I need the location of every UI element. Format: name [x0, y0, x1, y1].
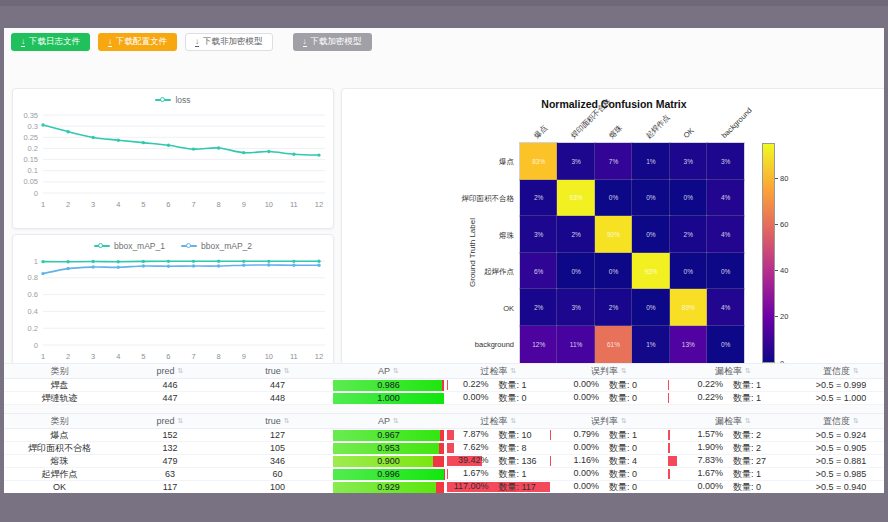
- sort-icon[interactable]: ⇅: [284, 367, 290, 375]
- line-marker-icon: [94, 242, 110, 250]
- sort-icon[interactable]: ⇅: [178, 417, 184, 425]
- header-true[interactable]: true⇅: [225, 364, 330, 378]
- matrix-cell: 0%: [632, 216, 669, 253]
- colorbar-tick-label: 60: [780, 220, 788, 229]
- download-log-button[interactable]: ↓ 下载日志文件: [11, 33, 90, 51]
- download-icon: ↓: [21, 38, 25, 47]
- header-pred[interactable]: pred⇅: [115, 414, 225, 428]
- sort-icon[interactable]: ⇅: [284, 417, 290, 425]
- ap-value: 0.953: [333, 443, 444, 454]
- matrix-cell: 89%: [670, 289, 707, 326]
- rate-count: 数量: 1: [499, 468, 551, 480]
- svg-text:0.8: 0.8: [28, 273, 38, 282]
- download-unencrypted-model-button[interactable]: ↓ 下载非加密模型: [185, 33, 273, 51]
- svg-text:5: 5: [141, 352, 145, 361]
- sort-icon[interactable]: ⇅: [393, 367, 399, 375]
- legend-label: bbox_mAP_1: [114, 241, 165, 251]
- header-ap[interactable]: AP⇅: [330, 414, 447, 428]
- colorbar-tick-label: 40: [780, 266, 788, 275]
- download-icon: ↓: [108, 38, 112, 47]
- loss-legend: loss: [13, 95, 333, 105]
- header-label: 置信度: [823, 365, 850, 378]
- sort-icon[interactable]: ⇅: [745, 367, 751, 375]
- matrix-cell: 3%: [707, 143, 744, 180]
- sort-icon[interactable]: ⇅: [511, 417, 517, 425]
- table-row: 焊缝轨迹4474481.0000.00%数量: 00.00%数量: 00.22%…: [4, 392, 884, 405]
- header-over[interactable]: 过检率⇅: [447, 414, 550, 428]
- ap-value: 0.986: [333, 380, 444, 391]
- matrix-cell: 0%: [670, 253, 707, 290]
- cell-ap: 0.996: [330, 468, 447, 480]
- header-category[interactable]: 类别: [4, 364, 115, 378]
- svg-text:0.05: 0.05: [23, 177, 38, 186]
- legend-item-loss[interactable]: loss: [155, 95, 190, 105]
- header-conf[interactable]: 置信度⇅: [798, 364, 884, 378]
- cell-ap: 1.000: [330, 392, 447, 404]
- matrix-row-label: 焊印面积不合格: [462, 194, 515, 204]
- matrix-row-label: OK: [503, 304, 514, 313]
- header-ap[interactable]: AP⇅: [330, 364, 447, 378]
- sort-icon[interactable]: ⇅: [393, 417, 399, 425]
- matrix-cell: 2%: [670, 216, 707, 253]
- header-conf[interactable]: 置信度⇅: [798, 414, 884, 428]
- cell-confidence: >0.5 = 0.985: [798, 468, 884, 480]
- legend-item-bbox-map-2[interactable]: bbox_mAP_2: [181, 241, 252, 251]
- rate-text: 7.87%数量: 10: [447, 429, 550, 441]
- svg-text:0.4: 0.4: [28, 307, 38, 316]
- sort-icon[interactable]: ⇅: [745, 417, 751, 425]
- svg-text:0.35: 0.35: [23, 111, 38, 120]
- matrix-cell: 13%: [670, 326, 707, 363]
- rate-count: 数量: 1: [733, 379, 789, 391]
- header-true[interactable]: true⇅: [225, 414, 330, 428]
- header-mis[interactable]: 误判率⇅: [550, 414, 668, 428]
- svg-text:0.25: 0.25: [23, 133, 38, 142]
- cell-true: 105: [225, 442, 330, 454]
- cell-ap: 0.953: [330, 442, 447, 454]
- header-miss[interactable]: 漏检率⇅: [668, 414, 798, 428]
- header-mis[interactable]: 误判率⇅: [550, 364, 668, 378]
- sort-icon[interactable]: ⇅: [853, 417, 859, 425]
- map-svg: 00.20.40.60.81123456789101112: [13, 253, 335, 379]
- header-miss[interactable]: 漏检率⇅: [668, 364, 798, 378]
- ap-bar: 0.929: [333, 482, 444, 493]
- rate-count: 数量: 4: [609, 455, 665, 467]
- download-config-button[interactable]: ↓ 下载配置文件: [98, 33, 177, 51]
- sort-icon[interactable]: ⇅: [511, 367, 517, 375]
- sort-icon[interactable]: ⇅: [621, 367, 627, 375]
- rate-value: 0.00%: [553, 379, 599, 391]
- cell-misjudge-rate: 0.00%数量: 0: [550, 481, 668, 493]
- rate-text: 0.00%数量: 0: [553, 392, 665, 404]
- header-label: 过检率: [481, 415, 508, 428]
- svg-text:1: 1: [34, 257, 38, 266]
- header-pred[interactable]: pred⇅: [115, 364, 225, 378]
- svg-text:10: 10: [265, 200, 273, 209]
- cell-over-rate: 0.00%数量: 0: [447, 392, 550, 404]
- ap-bar: 1.000: [333, 393, 444, 404]
- header-category[interactable]: 类别: [4, 414, 115, 428]
- legend-item-bbox-map-1[interactable]: bbox_mAP_1: [94, 241, 165, 251]
- cell-misjudge-rate: 0.00%数量: 0: [550, 468, 668, 480]
- cell-category: 起焊作点: [4, 468, 115, 480]
- cell-true: 448: [225, 392, 330, 404]
- svg-text:0.2: 0.2: [28, 324, 38, 333]
- download-encrypted-model-button[interactable]: ↓ 下载加密模型: [293, 33, 372, 51]
- rate-count: 数量: 0: [609, 481, 665, 493]
- matrix-row-label: 爆点: [499, 157, 514, 167]
- table-header-row: 类别pred⇅true⇅AP⇅过检率⇅误判率⇅漏检率⇅置信度⇅: [4, 363, 884, 379]
- header-label: true: [265, 416, 281, 426]
- header-label: 误判率: [591, 415, 618, 428]
- sort-icon[interactable]: ⇅: [621, 417, 627, 425]
- ap-value: 0.967: [333, 430, 444, 441]
- table-row: 焊盘4464470.9860.22%数量: 10.00%数量: 00.22%数量…: [4, 379, 884, 392]
- svg-text:6: 6: [166, 352, 170, 361]
- rate-bar: [550, 430, 551, 440]
- cell-true: 346: [225, 455, 330, 467]
- header-over[interactable]: 过检率⇅: [447, 364, 550, 378]
- header-label: pred: [157, 366, 175, 376]
- sort-icon[interactable]: ⇅: [178, 367, 184, 375]
- ap-value: 1.000: [333, 393, 444, 404]
- matrix-cell: 0%: [670, 180, 707, 217]
- cell-confidence: >0.5 = 0.940: [798, 481, 884, 493]
- svg-text:7: 7: [191, 352, 195, 361]
- sort-icon[interactable]: ⇅: [853, 367, 859, 375]
